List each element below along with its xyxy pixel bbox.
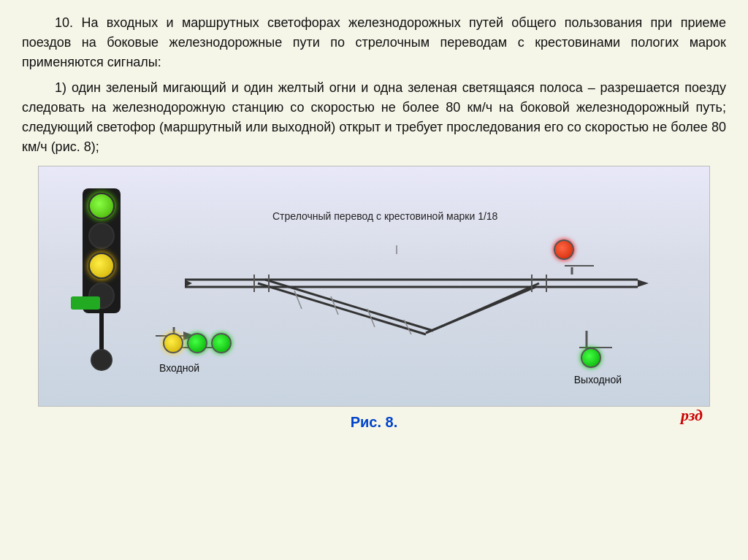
rzd-logo: рзд bbox=[681, 406, 703, 425]
entry-signal-group bbox=[163, 333, 232, 353]
svg-line-7 bbox=[433, 283, 539, 330]
exit-label: Выходной bbox=[574, 374, 622, 386]
switch-label: Стрелочный перевод с крестовиной марки 1… bbox=[272, 210, 497, 222]
entry-label: Входной bbox=[159, 362, 199, 374]
figure-container: Стрелочный перевод с крестовиной марки 1… bbox=[22, 166, 726, 431]
exit-signal-green-group bbox=[581, 348, 601, 368]
svg-line-15 bbox=[294, 291, 302, 309]
exit-red-circle bbox=[554, 239, 574, 260]
entry-green-circle-2 bbox=[211, 333, 232, 353]
svg-line-4 bbox=[258, 283, 426, 334]
paragraph-item1: 1) один зеленый мигающий и один желтый о… bbox=[22, 78, 726, 157]
paragraph-main: 10. На входных и маршрутных светофорах ж… bbox=[22, 13, 726, 72]
track-svg bbox=[39, 166, 709, 406]
page: 10. На входных и маршрутных светофорах ж… bbox=[0, 0, 748, 560]
svg-marker-2 bbox=[638, 280, 649, 287]
exit-green-circle bbox=[581, 348, 601, 368]
entry-yellow-circle bbox=[163, 333, 183, 353]
exit-signal-red-group bbox=[554, 239, 574, 260]
figure-caption: Рис. 8. bbox=[351, 414, 398, 431]
main-text: 10. На входных и маршрутных светофорах ж… bbox=[22, 15, 726, 69]
caption-row: Рис. 8. рзд bbox=[38, 410, 710, 431]
item1-text: 1) один зеленый мигающий и один желтый о… bbox=[22, 80, 726, 154]
figure-box: Стрелочный перевод с крестовиной марки 1… bbox=[38, 166, 710, 407]
entry-green-circle bbox=[187, 333, 207, 353]
